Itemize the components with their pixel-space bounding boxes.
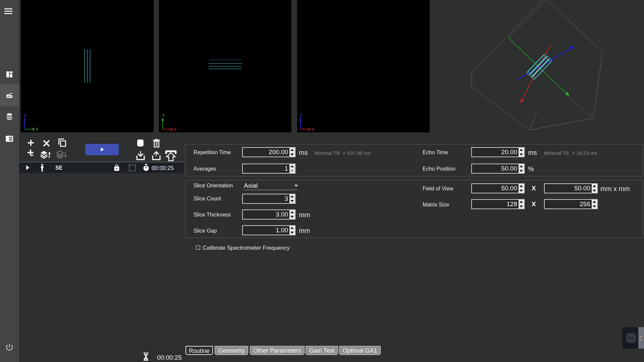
svg-text:X: X	[174, 127, 177, 132]
svg-text:Z: Z	[24, 113, 26, 118]
svg-text:Y: Y	[36, 127, 39, 132]
svg-text:Y: Y	[162, 113, 165, 118]
svg-text:X: X	[312, 127, 315, 132]
svg-text:Z: Z	[300, 113, 303, 118]
